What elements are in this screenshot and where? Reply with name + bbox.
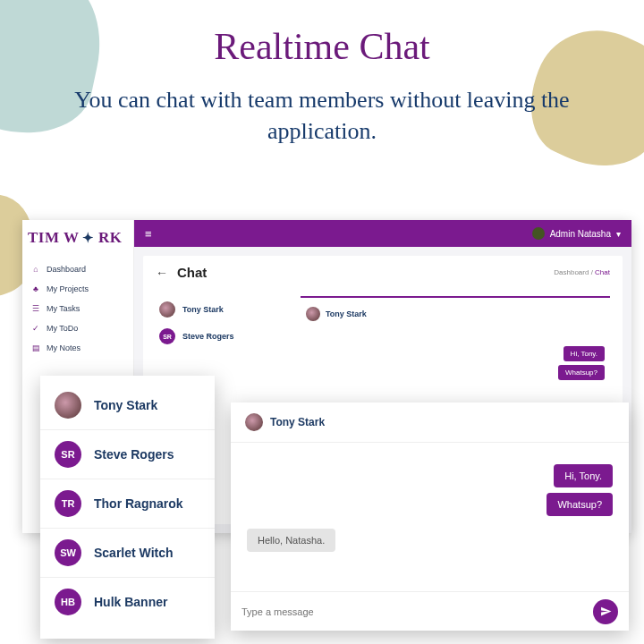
avatar [532, 227, 545, 240]
sidebar-item-label: My Projects [47, 284, 89, 293]
message-incoming: Hello, Natasha. [247, 529, 335, 552]
avatar: SW [55, 539, 81, 566]
sidebar-item-label: My ToDo [47, 324, 78, 333]
avatar [159, 301, 175, 318]
chat-card: Tony Stark Hi, Tony. Whatsup? Hello, Nat… [231, 402, 629, 631]
avatar: SR [55, 441, 81, 468]
home-icon: ⌂ [31, 265, 40, 274]
sidebar-item-label: My Tasks [47, 304, 80, 313]
user-name: Admin Natasha [550, 229, 611, 239]
chat-peer-name: Tony Stark [270, 416, 325, 428]
sidebar-item-label: Dashboard [47, 265, 86, 274]
contact-name: Thor Ragnarok [94, 496, 183, 511]
app-topbar: ≡ Admin Natasha ▾ [134, 220, 631, 247]
contact-row-steve[interactable]: SRSteve Rogers [40, 429, 215, 479]
panel-title: Chat [177, 265, 207, 280]
contact-name: Steve Rogers [94, 447, 174, 462]
contact-row-thor[interactable]: TRThor Ragnarok [40, 479, 215, 528]
logo-text-2: RK [98, 229, 123, 247]
user-icon: ♣ [31, 284, 40, 293]
message-outgoing: Whatsup? [547, 493, 613, 516]
contact-row-tony[interactable]: Tony Stark [40, 381, 215, 429]
contact-row[interactable]: Tony Stark [156, 296, 290, 323]
breadcrumb-current: Chat [595, 268, 610, 276]
send-button[interactable] [593, 599, 618, 624]
sidebar-item-tasks[interactable]: ☰My Tasks [22, 299, 133, 318]
chat-composer [231, 591, 629, 631]
sidebar-item-dashboard[interactable]: ⌂Dashboard [22, 259, 133, 279]
contact-name: Steve Rogers [182, 332, 234, 341]
avatar: HB [55, 589, 81, 615]
sidebar-item-todo[interactable]: ✓My ToDo [22, 318, 133, 338]
hamburger-icon[interactable]: ≡ [145, 227, 152, 241]
sidebar-item-notes[interactable]: ▤My Notes [22, 338, 133, 358]
sidebar-item-label: My Notes [47, 343, 80, 352]
tasks-icon: ☰ [31, 304, 40, 313]
message-outgoing: Hi, Tony. [564, 346, 605, 361]
hero-subtitle: You can chat with team members without l… [72, 84, 572, 147]
contact-row-scarlet[interactable]: SWScarlet Witch [40, 528, 215, 577]
contact-row[interactable]: SRSteve Rogers [156, 323, 290, 350]
send-icon [600, 606, 612, 617]
contact-name: Scarlet Witch [94, 546, 174, 560]
user-menu[interactable]: Admin Natasha ▾ [532, 227, 621, 240]
sidebar-item-projects[interactable]: ♣My Projects [22, 279, 133, 299]
avatar [306, 307, 320, 321]
notes-icon: ▤ [31, 343, 40, 352]
thread-name: Tony Stark [326, 309, 367, 318]
thread-header: Tony Stark [301, 305, 610, 323]
chat-messages: Hi, Tony. Whatsup? Hello, Natasha. [231, 443, 629, 591]
panel-header: ← Chat Dashboard / Chat [156, 265, 610, 280]
message-outgoing: Whatsup? [558, 365, 605, 380]
star-icon: ✦ [82, 230, 95, 246]
avatar: TR [55, 490, 81, 517]
breadcrumb-root[interactable]: Dashboard [554, 268, 589, 276]
avatar [55, 392, 81, 419]
messages-small: Hi, Tony. Whatsup? [301, 323, 610, 380]
avatar: SR [159, 328, 175, 344]
app-logo: TIM W✦RK [22, 220, 133, 256]
message-input[interactable] [242, 606, 584, 617]
contact-row-hulk[interactable]: HBHulk Banner [40, 577, 215, 626]
message-outgoing: Hi, Tony. [554, 464, 613, 487]
hero-title: Realtime Chat [0, 25, 644, 68]
avatar [245, 413, 263, 431]
sidebar-nav: ⌂Dashboard ♣My Projects ☰My Tasks ✓My To… [22, 256, 133, 361]
chat-header: Tony Stark [231, 402, 629, 443]
back-button[interactable]: ← [156, 266, 168, 280]
contact-name: Tony Stark [94, 398, 157, 412]
breadcrumb: Dashboard / Chat [554, 268, 610, 276]
logo-text-1: TIM W [28, 229, 79, 247]
contacts-card: Tony Stark SRSteve Rogers TRThor Ragnaro… [40, 376, 215, 639]
chevron-down-icon: ▾ [616, 229, 621, 239]
contact-name: Tony Stark [182, 305, 224, 314]
contact-name: Hulk Banner [94, 595, 167, 609]
todo-icon: ✓ [31, 324, 40, 333]
